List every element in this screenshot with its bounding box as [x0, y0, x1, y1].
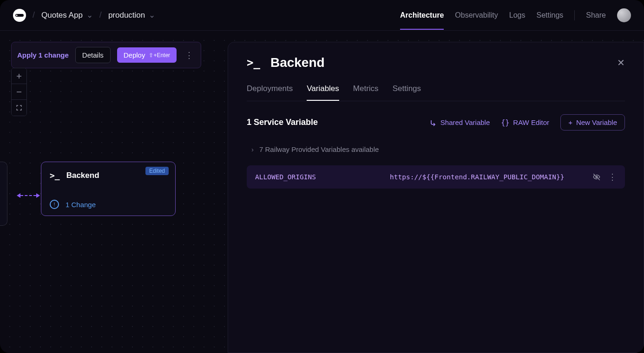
nav-divider — [574, 10, 575, 20]
terminal-icon: >_ — [50, 170, 60, 180]
new-variable-label: New Variable — [576, 118, 617, 126]
service-panel: >_ Backend ✕ Deployments Variables Metri… — [228, 42, 644, 353]
tab-settings[interactable]: Settings — [393, 84, 421, 101]
eye-off-icon[interactable] — [592, 173, 601, 181]
variable-row[interactable]: ALLOWED_ORIGINS https://${{Frontend.RAIL… — [247, 165, 625, 189]
braces-icon: {} — [501, 118, 509, 127]
panel-tabs: Deployments Variables Metrics Settings — [247, 84, 625, 101]
nav-logs[interactable]: Logs — [509, 11, 526, 20]
header-right: Architecture Observability Logs Settings… — [400, 8, 631, 22]
shared-variable-label: Shared Variable — [440, 118, 490, 126]
panel-service-name: Backend — [270, 55, 325, 70]
service-node-backend[interactable]: Edited >_ Backend ! 1 Change — [41, 162, 176, 216]
arrow-down-right-icon — [429, 119, 437, 126]
deploy-shortcut: ⇧+Enter — [149, 52, 170, 59]
changes-label: Apply 1 change — [17, 51, 69, 59]
nav-observability[interactable]: Observability — [455, 11, 498, 20]
zoom-in-button[interactable] — [12, 68, 26, 84]
details-button[interactable]: Details — [75, 47, 111, 63]
variable-count: 1 Service Variable — [247, 118, 318, 127]
new-variable-button[interactable]: + New Variable — [560, 114, 625, 131]
variable-value: https://${{Frontend.RAILWAY_PUBLIC_DOMAI… — [390, 173, 592, 181]
zoom-out-button[interactable] — [12, 84, 26, 100]
shared-variable-link[interactable]: Shared Variable — [429, 118, 490, 126]
canvas[interactable]: Apply 1 change Details Deploy ⇧+Enter ⋮ … — [0, 31, 644, 353]
breadcrumb-sep: / — [33, 10, 35, 20]
provided-variables-label: 7 Railway Provided Variables available — [259, 145, 379, 153]
svg-point-0 — [16, 14, 18, 16]
tab-metrics[interactable]: Metrics — [353, 84, 379, 101]
raw-editor-link[interactable]: {} RAW Editor — [501, 118, 549, 127]
zoom-controls — [11, 68, 27, 116]
nav-architecture[interactable]: Architecture — [400, 11, 444, 20]
header-left: / Quotes App ⌄ / production ⌄ — [13, 9, 155, 22]
nav-share[interactable]: Share — [586, 11, 606, 20]
provided-variables-row[interactable]: › 7 Railway Provided Variables available — [247, 143, 625, 156]
close-icon[interactable]: ✕ — [617, 57, 625, 68]
edge-line — [20, 195, 36, 196]
chevron-right-icon: › — [251, 145, 254, 153]
deploy-button[interactable]: Deploy ⇧+Enter — [117, 47, 177, 63]
chevron-down-icon: ⌄ — [86, 10, 93, 20]
edited-badge: Edited — [145, 167, 169, 175]
service-node-status: ! 1 Change — [50, 193, 167, 209]
breadcrumb-sep: / — [99, 10, 102, 20]
fit-button[interactable] — [12, 100, 26, 116]
logo-icon[interactable] — [13, 9, 26, 22]
nav-settings[interactable]: Settings — [536, 11, 563, 20]
more-icon[interactable]: ⋮ — [608, 172, 617, 182]
breadcrumb-env-label: production — [108, 11, 145, 20]
chevron-down-icon: ⌄ — [149, 10, 155, 20]
breadcrumb-project-label: Quotes App — [41, 11, 83, 20]
tab-deployments[interactable]: Deployments — [247, 84, 293, 101]
breadcrumb-project[interactable]: Quotes App ⌄ — [41, 10, 93, 20]
avatar[interactable] — [617, 8, 631, 22]
more-menu-icon[interactable]: ⋮ — [183, 48, 195, 62]
info-circle-icon: ! — [50, 200, 59, 209]
service-node-partial[interactable] — [0, 162, 7, 226]
raw-editor-label: RAW Editor — [513, 118, 549, 126]
plus-icon: + — [568, 118, 572, 126]
terminal-icon: >_ — [247, 56, 260, 69]
deploy-label: Deploy — [124, 51, 145, 59]
variable-key: ALLOWED_ORIGINS — [255, 173, 390, 181]
service-name: Backend — [66, 171, 99, 180]
edge — [17, 193, 40, 198]
edge-arrow-right — [36, 193, 40, 198]
header: / Quotes App ⌄ / production ⌄ Architectu… — [0, 0, 644, 31]
breadcrumb-environment[interactable]: production ⌄ — [108, 10, 155, 20]
edge-arrow-left — [17, 193, 20, 198]
panel-title: >_ Backend — [247, 55, 325, 70]
tab-variables[interactable]: Variables — [307, 84, 339, 101]
change-count-label: 1 Change — [66, 201, 96, 209]
changes-bar: Apply 1 change Details Deploy ⇧+Enter ⋮ — [11, 42, 201, 68]
